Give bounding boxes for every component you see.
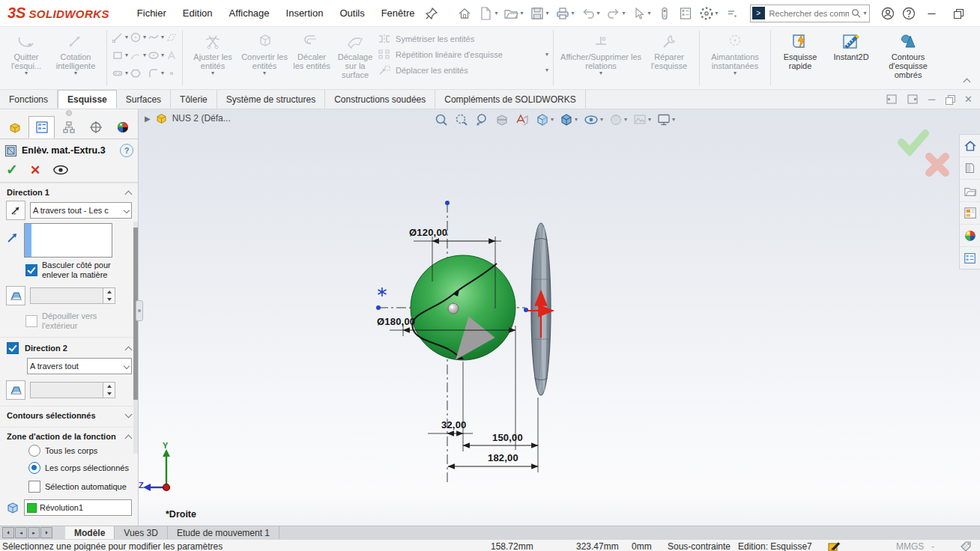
tab-feature-tree[interactable]: [1, 116, 28, 138]
panel-grip[interactable]: [0, 109, 138, 116]
tab-etude-mouvement[interactable]: Etude de mouvement 1: [168, 526, 279, 539]
smart-dimension-button[interactable]: Cotation intelligente ▾: [49, 30, 102, 78]
direction2-checkbox[interactable]: [7, 342, 19, 354]
selected-contours-header[interactable]: Contours sélectionnés: [0, 409, 138, 422]
panel-splitter-handle[interactable]: [136, 300, 143, 321]
instant2d-button[interactable]: Instant2D: [825, 30, 877, 63]
exit-sketch-button[interactable]: Quitter l'esqui... ▾: [3, 30, 49, 78]
save-button[interactable]: ▾: [527, 4, 552, 23]
task-pane-custom-properties-tab[interactable]: [960, 247, 980, 269]
move-entities-button[interactable]: Déplacer les entités ▾: [378, 64, 548, 76]
tab-tolerie[interactable]: Tôlerie: [171, 90, 217, 109]
settings-gear-button[interactable]: ▾: [696, 4, 722, 23]
dimension-32-label[interactable]: 32,00: [441, 419, 467, 430]
trim-entities-button[interactable]: Ajuster les entités ▾: [187, 30, 238, 78]
all-bodies-radio[interactable]: [28, 445, 40, 457]
slot-tool-button[interactable]: ▾: [112, 67, 128, 79]
collapse-right-pane-icon[interactable]: [907, 94, 918, 104]
preview-eye-button[interactable]: [52, 165, 69, 175]
selection-filter-toggle[interactable]: [654, 4, 675, 23]
doc-close-button[interactable]: ✕: [964, 94, 973, 105]
task-pane-view-palette-tab[interactable]: [960, 202, 980, 225]
tab-esquisse[interactable]: Esquisse: [58, 90, 117, 109]
polygon-tool-button[interactable]: [130, 67, 146, 79]
menu-affichage[interactable]: Affichage: [223, 4, 276, 22]
search-input[interactable]: [768, 8, 850, 19]
expand-arrow-icon[interactable]: ▶: [145, 115, 151, 123]
annotations-visibility-button[interactable]: [513, 111, 531, 129]
spinner-arrows[interactable]: [103, 383, 115, 398]
draft-button[interactable]: [6, 286, 25, 305]
sketch-point[interactable]: [376, 305, 381, 310]
selected-bodies-radio[interactable]: [28, 462, 40, 474]
direction1-draft-angle-spinner[interactable]: [30, 287, 115, 304]
dimension-dia120-label[interactable]: Ø120,00: [409, 227, 447, 238]
linear-pattern-button[interactable]: Répétition linéaire d'esquisse ▾: [378, 49, 548, 61]
origin-ball[interactable]: [448, 303, 459, 314]
ellipse-tool-button[interactable]: ▾: [148, 49, 164, 61]
auto-select-checkbox[interactable]: [28, 481, 40, 493]
help-button[interactable]: [898, 4, 919, 23]
direction2-header[interactable]: Direction 2: [0, 340, 138, 356]
redo-button[interactable]: ▾: [603, 4, 629, 23]
dimension-150-label[interactable]: 150,00: [492, 432, 523, 443]
print-button[interactable]: ▾: [552, 4, 578, 23]
search-icon[interactable]: [850, 7, 862, 19]
menu-fenetre[interactable]: Fenêtre: [375, 4, 422, 22]
confirm-ok-corner[interactable]: [901, 133, 925, 151]
ok-button[interactable]: ✓: [6, 163, 18, 177]
tab-systeme-structures[interactable]: Système de structures: [217, 90, 325, 109]
plane-tool-button[interactable]: [166, 31, 178, 43]
spline-tool-button[interactable]: ▾: [148, 31, 164, 43]
next-tab-button[interactable]: ▸: [28, 527, 40, 538]
panel-scrollbar[interactable]: [133, 222, 138, 454]
pin-menu-icon[interactable]: [421, 4, 442, 23]
prev-tab-button[interactable]: ◂: [15, 527, 27, 538]
display-style-button[interactable]: ▾: [557, 111, 579, 129]
direction1-selection-box[interactable]: [24, 223, 112, 258]
zoom-to-fit-button[interactable]: [432, 111, 450, 129]
tab-constructions-soudees[interactable]: Constructions soudées: [325, 90, 435, 109]
tab-complements[interactable]: Compléments de SOLIDWORKS: [435, 90, 585, 109]
mirror-entities-button[interactable]: Symétriser les entités: [378, 33, 548, 45]
chevron-down-icon[interactable]: ▾: [862, 10, 869, 16]
feature-tree-flyout[interactable]: ▶ NUS 2 (Défa...: [145, 112, 231, 124]
repair-sketch-button[interactable]: Réparer l'esquisse: [644, 30, 695, 72]
feature-scope-header[interactable]: Zone d'action de la fonction: [0, 430, 138, 443]
cancel-button[interactable]: ✕: [30, 164, 40, 177]
hide-show-items-button[interactable]: ▾: [581, 111, 605, 129]
help-icon[interactable]: ?: [120, 144, 133, 157]
task-pane-appearances-tab[interactable]: [960, 225, 980, 247]
direction2-draft-angle-spinner[interactable]: [30, 382, 115, 398]
select-tool-button[interactable]: ▾: [629, 4, 654, 23]
view-settings-button[interactable]: ▾: [655, 111, 677, 129]
first-tab-button[interactable]: ⏴: [2, 527, 14, 538]
apply-scene-button[interactable]: ▾: [631, 111, 653, 129]
offset-on-surface-button[interactable]: Décalage sur la surface: [333, 30, 378, 81]
convert-entities-button[interactable]: Convertir les entités ▾: [238, 30, 291, 78]
spinner-arrows[interactable]: [103, 288, 115, 303]
green-sphere-body[interactable]: [411, 255, 515, 360]
draft-outward-checkbox[interactable]: [25, 315, 37, 327]
zoom-to-area-button[interactable]: [453, 111, 471, 129]
body-list-item[interactable]: Révolution1: [24, 499, 132, 516]
draft-button-2[interactable]: [6, 380, 25, 400]
reverse-direction-button[interactable]: [6, 201, 25, 220]
circle-tool-button[interactable]: ▾: [130, 31, 146, 43]
tag-icon[interactable]: [960, 541, 973, 551]
menu-edition[interactable]: Edition: [176, 4, 220, 22]
line-tool-button[interactable]: ▾: [112, 31, 128, 43]
units-dropdown-dash[interactable]: -: [931, 541, 934, 551]
collapse-left-pane-icon[interactable]: [886, 94, 897, 104]
doc-restore-button[interactable]: [946, 95, 954, 103]
new-document-button[interactable]: ▾: [475, 4, 500, 23]
graphics-viewport[interactable]: Ø120,00 Ø180,00 32,00 150,00 182,00 Y Z …: [139, 109, 980, 526]
window-minimize-button[interactable]: ─: [919, 4, 945, 22]
section-view-button[interactable]: [493, 111, 511, 129]
tab-surfaces[interactable]: Surfaces: [117, 90, 171, 109]
sketch-text-tool-button[interactable]: [166, 49, 178, 61]
options-list-button[interactable]: [675, 4, 696, 23]
tab-vues-3d[interactable]: Vues 3D: [115, 526, 168, 539]
last-tab-button[interactable]: ⏵: [40, 527, 52, 538]
edit-appearance-button[interactable]: ▾: [607, 111, 629, 129]
